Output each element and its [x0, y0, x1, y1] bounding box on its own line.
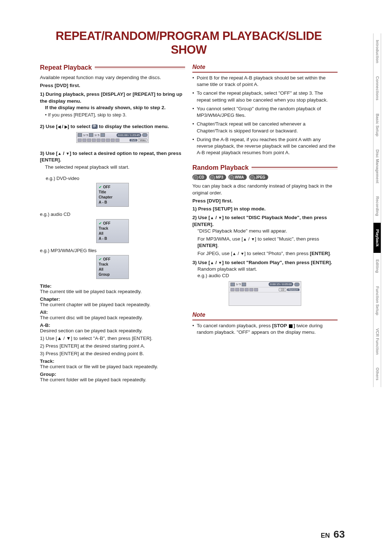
repeat-intro: Available repeat function may vary depen… [40, 74, 185, 81]
random-step3: 3) Use [ / ] to select "Random Play", th… [192, 259, 338, 266]
bar-seg2: 1/ 5 [94, 134, 99, 137]
eg-mp3-label: e.g.) MP3/WMA/JPEG files [40, 247, 185, 254]
video-tag: Video [138, 139, 147, 142]
eg-cd-label: e.g.) audio CD [40, 211, 185, 218]
tab-introduction[interactable]: Introduction [373, 33, 381, 70]
tab-editing[interactable]: Editing [373, 253, 381, 279]
repeat-step1b: If the display menu is already shown, sk… [45, 104, 185, 111]
badge-mp3: MP3 [209, 175, 226, 180]
repeat-step1: 1) During playback, press [DISPLAY] or [… [40, 91, 185, 104]
menu-mp3: ✔OFF Track All Group [96, 255, 129, 279]
check-icon: ✔ [99, 257, 102, 262]
def-chapter-h: Chapter: [40, 296, 185, 302]
repeat-step2: 2) Use [ / ] to select to display the se… [40, 123, 185, 130]
stop-icon [289, 324, 293, 328]
random-press-dvd: Press [DVD] first. [192, 198, 338, 204]
badge-wma: WMA [228, 175, 247, 180]
menu-dvd: ✔OFF Title Chapter A - B [96, 183, 129, 207]
def-ab-s3: 3) Press [ENTER] at the desired ending p… [40, 351, 185, 356]
cd-tag: CD [279, 288, 286, 291]
def-ab-t: Desired section can be played back repea… [40, 328, 185, 333]
bar-seg1: 1/ 5 [83, 134, 88, 137]
up-arrow-icon [58, 151, 62, 156]
tab-recording[interactable]: Recording [373, 190, 381, 222]
def-title-h: Title: [40, 283, 185, 289]
note1-item: You cannot select "Group" during the ran… [192, 106, 338, 119]
footer-lang: EN [321, 532, 330, 539]
note1-item: Point B for the repeat A-B playback shou… [192, 75, 338, 88]
random-eg: e.g.) audio CD [197, 272, 338, 279]
tab-others[interactable]: Others [373, 361, 381, 387]
def-all-t: The current disc will be played back rep… [40, 315, 185, 320]
note2-item: To cancel random playback, press [STOP ]… [192, 323, 338, 336]
tab-disc-management[interactable]: Disc Management [373, 143, 381, 190]
random-heading: Random Playback [192, 164, 249, 172]
random-intro: You can play back a disc randomly instea… [192, 183, 338, 196]
clock-icon [242, 283, 246, 286]
page-title: REPEAT/RANDOM/PROGRAM PLAYBACK/SLIDE SHO… [43, 29, 335, 57]
repeat-heading: Repeat Playback [40, 64, 92, 71]
note1-list: Point B for the repeat A-B playback shou… [192, 75, 338, 156]
page-footer: EN 63 [321, 529, 345, 540]
repeat-step3c: The selected repeat playback will start. [45, 164, 185, 171]
def-ab-h: A-B: [40, 323, 185, 328]
section-tabs: Introduction Connections Basic Setup Dis… [373, 33, 381, 505]
note1-item: During the A-B repeat, if you reaches th… [192, 136, 338, 156]
def-group-t: The current folder will be played back r… [40, 377, 185, 382]
tab-basic-setup[interactable]: Basic Setup [373, 107, 381, 143]
random-step2d: For MP3/WMA, use [ / ] to select "Music"… [197, 236, 338, 249]
tab-vcr-function[interactable]: VCR Function [373, 322, 381, 361]
eg-dvd-label: e.g.) DVD-video [46, 175, 185, 182]
left-arrow-icon [58, 124, 61, 129]
random-step3c: Random playback will start. [197, 266, 338, 272]
bar-time: 0:01:00 / 1:23:45 [117, 133, 141, 137]
menu-cd: ✔OFF Track All A - B [96, 219, 129, 243]
down-arrow-icon [66, 151, 70, 156]
def-title-t: The current title will be played back re… [40, 289, 185, 294]
check-icon: ✔ [99, 185, 102, 190]
random-step2c: "DISC Playback Mode" menu will appear. [197, 228, 338, 234]
footer-page-number: 63 [334, 529, 345, 540]
def-group-h: Group: [40, 372, 185, 377]
press-dvd-first: Press [DVD] first. [40, 82, 185, 89]
random-step1: 1) Press [SETUP] in stop mode. [192, 206, 338, 212]
random-step2: 2) Use [ / ] to select "DISC Playback Mo… [192, 214, 338, 227]
left-column: Repeat Playback Available repeat functio… [40, 64, 185, 385]
random-step2e: For JPEG, use [ / ] to select "Photo", t… [197, 250, 338, 257]
note2-heading: Note [192, 312, 338, 318]
def-ab-s1: 1) Use [▲ / ▼] to select "A-B", then pre… [40, 336, 185, 341]
def-chapter-t: The current chapter will be played back … [40, 302, 185, 307]
note1-item: To cancel the repeat playback, select "O… [192, 90, 338, 103]
tab-function-setup[interactable]: Function Setup [373, 280, 381, 322]
dvd-tag: DVD [130, 139, 137, 141]
title-icon [230, 283, 235, 286]
def-all-h: All: [40, 309, 185, 315]
display-bar-figure: 1/ 5 1/ 5 0:01:00 / 1:23:45 DVD Video [76, 132, 149, 143]
tab-connections[interactable]: Connections [373, 70, 381, 107]
heading-rule [252, 167, 338, 169]
note1-heading: Note [192, 64, 338, 70]
note1-item: Chapter/Track repeat will be canceled wh… [192, 121, 338, 134]
format-badges: CD MP3 WMA JPEG [192, 175, 338, 180]
random-display-figure: 1/ 5 0:00:15 / 0:05:00 CD Random [229, 281, 301, 306]
title-icon [78, 133, 82, 137]
badge-cd: CD [192, 175, 207, 180]
repeat-step3: 3) Use [ / ] to select a desired option … [40, 150, 185, 163]
badge-jpeg: JPEG [249, 175, 268, 180]
note2-list: To cancel random playback, press [STOP ]… [192, 323, 338, 336]
chapter-icon [89, 133, 93, 137]
repeat-icon [92, 124, 98, 129]
repeat-step1c: • If you press [REPEAT], skip to step 3. [45, 112, 185, 118]
def-track-h: Track: [40, 358, 185, 364]
heading-rule [95, 67, 185, 69]
right-arrow-icon [65, 124, 68, 129]
tab-playback[interactable]: Playback [373, 223, 381, 253]
clock-icon [101, 133, 105, 137]
def-track-t: The current track or file will be played… [40, 364, 185, 369]
random-tag: Random [287, 288, 299, 291]
bar-end-icon [142, 133, 147, 137]
check-icon: ✔ [99, 221, 102, 226]
right-column: Note Point B for the repeat A-B playback… [192, 64, 338, 385]
def-ab-s2: 2) Press [ENTER] at the desired starting… [40, 343, 185, 349]
